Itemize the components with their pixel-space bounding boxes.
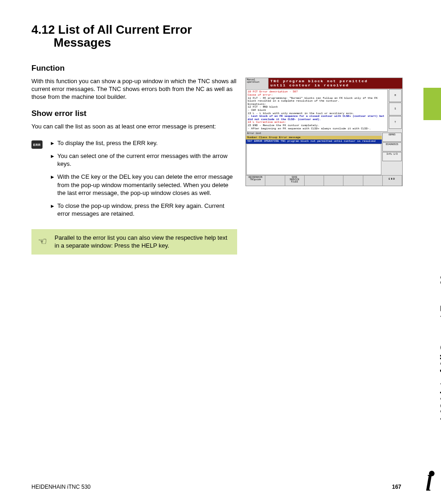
section-heading: 4.12 List of All Current Error Messages xyxy=(31,23,401,50)
function-heading: Function xyxy=(31,64,401,73)
list-item: You can select one of the current error … xyxy=(51,152,237,168)
save-button[interactable]: SAVE SERVICE FILES xyxy=(285,176,305,186)
instruction-list: To display the list, press the ERR key. … xyxy=(51,139,237,222)
diagnosis-button[interactable]: DIAGNOSIS xyxy=(382,142,402,152)
show-paragraph: You can call the list as soon as at leas… xyxy=(31,123,237,131)
banner-line2: until contour is resolved xyxy=(270,84,400,88)
errlist-body xyxy=(246,144,381,175)
empty-softkey xyxy=(343,176,363,186)
thumb-tab: 4.12 List of All Current Error Messages xyxy=(418,18,441,240)
function-paragraph: With this function you can show a pop-up… xyxy=(31,78,237,101)
errlist-row[interactable]: 507 ERROR OPERATING TNC program block no… xyxy=(246,140,382,144)
right-panel: OEM85 DIAGNOSIS Info 1/3 xyxy=(382,132,402,175)
softkey-bar: HEIDENHAIN TNCguide SAVE SERVICE FILES xyxy=(246,175,402,186)
code-line: 12 FCT - RND block xyxy=(248,106,386,109)
errlist-title: Error list xyxy=(246,132,382,136)
list-item: With the CE key or the DEL key you can d… xyxy=(51,173,237,197)
section-number: 4.12 xyxy=(31,23,55,36)
oem-button[interactable]: OEM85 xyxy=(382,133,402,142)
t-button[interactable]: T xyxy=(389,116,402,129)
main-content: 4.12 List of All Current Error Messages … xyxy=(31,23,401,255)
end-button[interactable]: END xyxy=(383,176,402,186)
tab-text: 4.12 List of All Current Error Messages xyxy=(438,236,441,423)
code-panel: 10 FCT Error description - 507 Cause of … xyxy=(246,89,388,132)
page-footer: HEIDENHAIN iTNC 530 167 xyxy=(31,484,401,490)
page-number: 167 xyxy=(392,484,401,490)
error-banner: TNC program block not permitted until co… xyxy=(269,78,402,89)
note-text: Parallel to the error list you can also … xyxy=(55,234,231,250)
empty-softkey xyxy=(363,176,383,186)
m-button[interactable]: M xyxy=(389,89,402,102)
empty-softkey xyxy=(305,176,324,186)
mode-label: Manual operation xyxy=(246,78,269,89)
code-line: 11 FLT - FK programming: "Normal" blocks… xyxy=(248,97,386,103)
footer-model: HEIDENHAIN iTNC 530 xyxy=(31,484,91,490)
show-heading: Show error list xyxy=(31,109,237,118)
tnc-screenshot: Manual operation TNC program block not p… xyxy=(245,78,403,186)
err-key-icon: ERR xyxy=(31,140,43,149)
hand-icon: ☜ xyxy=(38,235,47,249)
guide-label: TNCguide xyxy=(246,179,265,181)
section-title-2: Messages xyxy=(54,36,401,50)
empty-softkey xyxy=(265,176,285,186)
info-icon: l xyxy=(426,470,432,496)
code-line: - After beginning an FK sequence with CL… xyxy=(248,128,386,131)
list-item: To display the list, press the ERR key. xyxy=(51,139,237,147)
errlist-columns: Number Class Group Error message xyxy=(246,136,382,140)
list-item: To close the pop-up window, press the ER… xyxy=(51,202,237,218)
save-line3: FILES xyxy=(285,181,304,183)
section-title-1: List of All Current Error xyxy=(58,23,192,36)
tncguide-button[interactable]: HEIDENHAIN TNCguide xyxy=(246,176,265,186)
right-toolbar: M S T xyxy=(388,89,402,132)
empty-softkey xyxy=(324,176,343,186)
info-button[interactable]: Info 1/3 xyxy=(382,152,402,161)
tab-color-block xyxy=(423,88,441,120)
note-box: ☜ Parallel to the error list you can als… xyxy=(31,229,237,255)
s-button[interactable]: S xyxy=(389,103,402,115)
